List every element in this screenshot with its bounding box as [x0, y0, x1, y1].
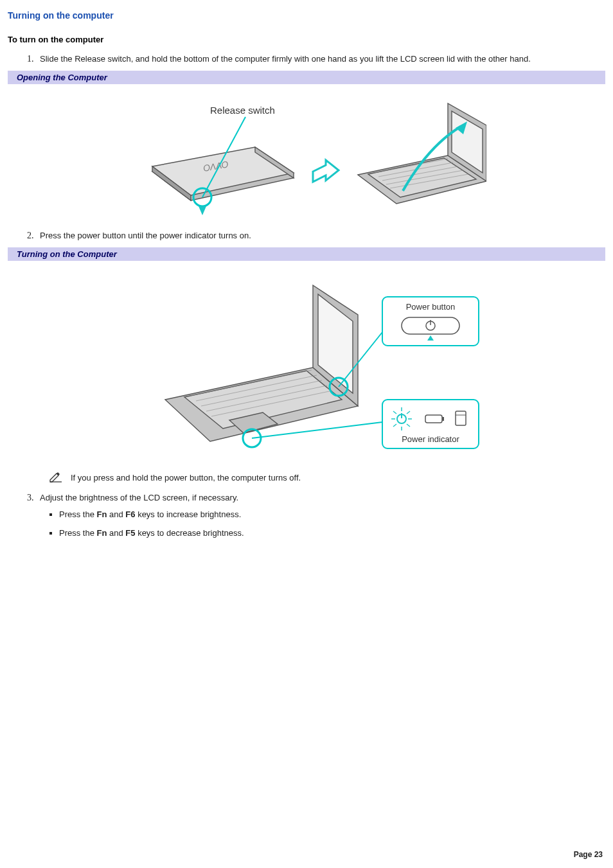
figure-opening-computer: ΟΛΛΟ Release switch [8, 88, 605, 218]
step-1: Slide the Release switch, and hold the b… [36, 53, 605, 66]
figure-bar-turning-on: Turning on the Computer [8, 247, 605, 261]
step-2-text: Press the power button until the power i… [40, 231, 251, 240]
label-release-switch: Release switch [210, 105, 275, 116]
figure-bar-opening: Opening the Computer [8, 71, 605, 84]
svg-marker-7 [199, 206, 206, 215]
svg-rect-49 [442, 417, 444, 421]
bullet-decrease-brightness: Press the Fn and F5 keys to decrease bri… [59, 528, 605, 538]
svg-marker-1 [152, 147, 294, 195]
step-2: Press the power button until the power i… [36, 230, 605, 242]
note-text: If you press and hold the power button, … [71, 473, 301, 483]
label-power-button: Power button [406, 302, 456, 312]
section-title: Turning on the computer [8, 10, 605, 21]
step-1-text: Slide the Release switch, and hold the b… [40, 54, 531, 64]
step-3-text: Adjust the brightness of the LCD screen,… [40, 493, 238, 502]
note-pencil-icon [49, 471, 63, 484]
note-line: If you press and hold the power button, … [49, 471, 605, 484]
svg-rect-33 [402, 317, 459, 334]
step-3: Adjust the brightness of the LCD screen,… [36, 492, 605, 504]
figure-turning-on-computer: Power button [8, 265, 605, 459]
page-number: Page 23 [574, 850, 603, 859]
subheading: To turn on the computer [8, 35, 605, 44]
bullet-increase-brightness: Press the Fn and F6 keys to increase bri… [59, 509, 605, 519]
label-power-indicator: Power indicator [402, 434, 459, 444]
